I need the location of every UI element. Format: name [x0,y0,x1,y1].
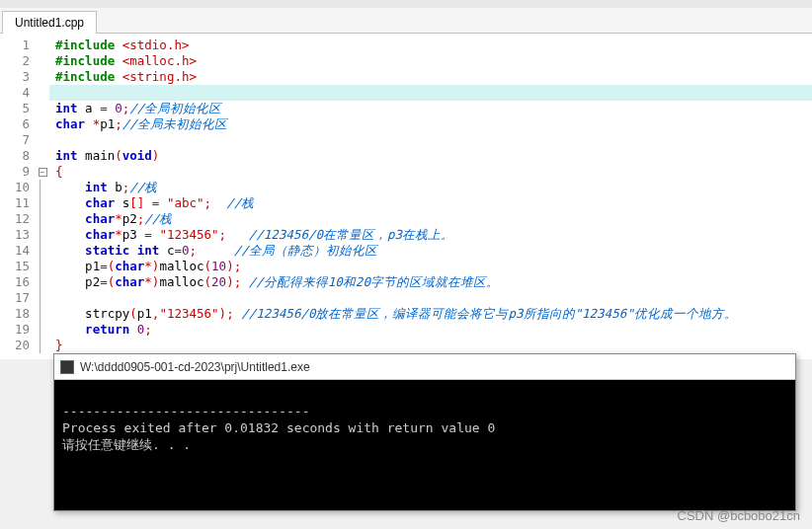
console-prompt: 请按任意键继续. . . [62,436,787,453]
line-num: 19 [0,322,30,338]
line-num: 5 [0,101,30,116]
line-num: 10 [0,180,30,195]
console-window[interactable]: W:\dddd0905-001-cd-2023\prj\Untitled1.ex… [53,353,796,511]
line-num: 14 [0,243,30,259]
window-chrome [0,0,812,8]
code-line [55,132,812,148]
line-num: 17 [0,290,30,306]
code-line: char s[] = "abc"; //栈 [55,195,812,211]
code-line: int main(void) [55,148,812,164]
line-num: 12 [0,211,30,227]
code-line [55,290,812,306]
line-num: 20 [0,338,30,353]
code-line: #include <malloc.h> [55,53,812,69]
code-line: return 0; [55,322,812,338]
line-gutter: 1 2 3 4 5 6 7 8 9 10 11 12 13 14 15 16 1… [0,34,36,359]
line-num: 11 [0,195,30,211]
console-output: -------------------------------- Process… [54,380,795,510]
line-num: 4 [0,85,30,101]
tab-file[interactable]: Untitled1.cpp [2,11,97,34]
tab-bar: Untitled1.cpp [0,8,812,34]
code-line: int b;//栈 [55,180,812,195]
console-icon [60,360,74,374]
console-separator: -------------------------------- [62,403,787,419]
line-num: 7 [0,132,30,148]
code-line: int a = 0;//全局初始化区 [55,101,812,116]
line-num: 16 [0,274,30,290]
code-line: char*p2;//栈 [55,211,812,227]
line-num: 6 [0,116,30,132]
code-line: char*p3 = "123456"; //123456/0在常量区，p3在栈上… [55,227,812,243]
code-line: #include <string.h> [55,69,812,85]
line-num: 8 [0,148,30,164]
code-line: char *p1;//全局未初始化区 [55,116,812,132]
line-num: 9 [0,164,30,180]
code-line: #include <stdio.h> [55,38,812,53]
console-titlebar[interactable]: W:\dddd0905-001-cd-2023\prj\Untitled1.ex… [54,354,795,380]
line-num: 18 [0,306,30,322]
code-line: static int c=0; //全局（静态）初始化区 [55,243,812,259]
fold-column: − [36,34,49,359]
line-num: 15 [0,259,30,274]
line-num: 2 [0,53,30,69]
console-title-text: W:\dddd0905-001-cd-2023\prj\Untitled1.ex… [80,360,310,374]
code-line: p2=(char*)malloc(20); //分配得来得10和20字节的区域就… [55,274,812,290]
line-num: 3 [0,69,30,85]
code-line: { [55,164,812,180]
code-body[interactable]: #include <stdio.h> #include <malloc.h> #… [49,34,812,359]
line-num: 13 [0,227,30,243]
code-line: } [55,338,812,353]
console-exit-msg: Process exited after 0.01832 seconds wit… [62,419,787,436]
code-editor[interactable]: 1 2 3 4 5 6 7 8 9 10 11 12 13 14 15 16 1… [0,34,812,359]
fold-toggle[interactable]: − [36,164,49,180]
code-line: p1=(char*)malloc(10); [55,259,812,274]
line-num: 1 [0,38,30,53]
code-line: strcpy(p1,"123456"); //123456/0放在常量区，编译器… [55,306,812,322]
watermark: CSDN @bcbobo21cn [678,508,800,523]
code-line-highlight [49,85,812,101]
